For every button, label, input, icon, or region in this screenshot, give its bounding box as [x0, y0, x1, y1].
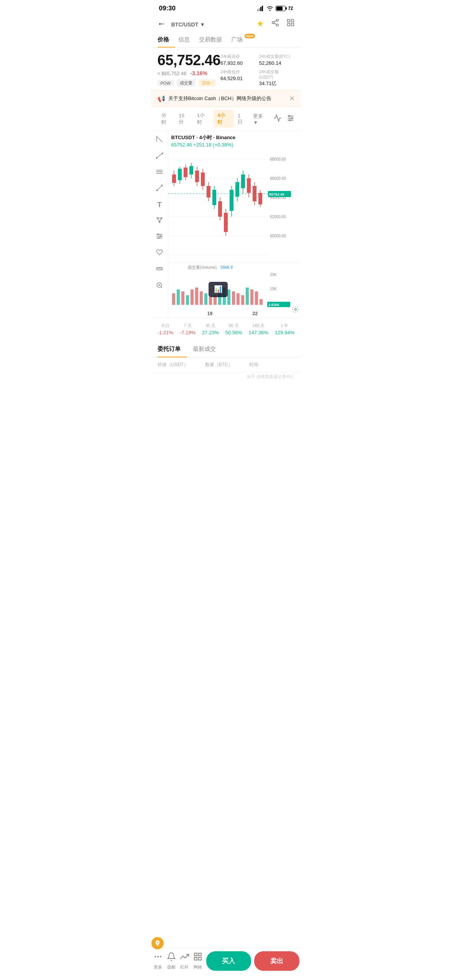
svg-rect-106 [227, 289, 230, 305]
chart-controls: 分时 15分 1小时 4小时 1日 更多 ▼ [151, 107, 301, 131]
price-change: -3.16% [190, 70, 207, 76]
svg-text:20K: 20K [270, 273, 277, 277]
svg-point-4 [276, 19, 278, 21]
tab-price[interactable]: 价格 [158, 32, 175, 47]
timeframe-1d[interactable]: 1日 [234, 111, 249, 127]
stat-volume24h: 24h成交量(BTC) 52,260.14 [259, 54, 292, 66]
svg-rect-82 [247, 178, 251, 193]
heart-tool[interactable] [156, 249, 163, 258]
svg-text:10K: 10K [270, 287, 277, 291]
svg-text:65752.46: 65752.46 [269, 192, 284, 196]
line-tool[interactable] [156, 152, 163, 161]
svg-point-29 [159, 222, 160, 223]
svg-point-6 [276, 24, 278, 26]
tab-trades[interactable]: 交易数据 [199, 32, 228, 47]
performance-row: 今日 -1.21% 7 天 -7.19% 30 天 27.23% 90 天 50… [151, 318, 301, 340]
share-button[interactable] [271, 18, 279, 29]
tab-plaza[interactable]: 广场 New [231, 32, 252, 47]
filter-tool[interactable] [156, 233, 163, 241]
stat-low24h: 24h最低价 64,529.01 [220, 69, 253, 87]
timeframe-15[interactable]: 15分 [175, 111, 193, 127]
usd-equiv: ≈ $65,752.46 [158, 71, 187, 76]
svg-point-22 [156, 158, 157, 159]
tab-recent-trades[interactable]: 最新成交 [193, 342, 222, 357]
timeframe-1h[interactable]: 1小时 [193, 110, 214, 128]
volume-label: 成交量(Volume) SMA 9 [168, 263, 301, 270]
tab-info[interactable]: 信息 [178, 32, 196, 47]
svg-rect-101 [204, 293, 207, 305]
main-price: 65,752.46 [158, 52, 221, 69]
svg-line-31 [159, 219, 161, 222]
timeframe-more[interactable]: 更多 ▼ [249, 111, 273, 127]
tag-pow: POW [158, 80, 174, 86]
svg-rect-64 [195, 171, 199, 182]
timeframe-4h[interactable]: 4小时 [214, 110, 234, 128]
ruler-tool[interactable] [156, 265, 163, 274]
perf-today: 今日 -1.21% [158, 323, 173, 335]
favorite-button[interactable]: ★ [256, 19, 264, 29]
battery-percent: 72 [288, 6, 293, 11]
svg-rect-0 [257, 9, 258, 11]
volume-chart: 📊 20K 10K 2.626K [168, 270, 291, 309]
svg-point-23 [162, 153, 163, 154]
back-button[interactable]: ← [158, 19, 166, 29]
svg-rect-74 [224, 213, 228, 232]
svg-rect-113 [260, 299, 263, 305]
svg-point-36 [160, 235, 161, 237]
node-tool[interactable] [156, 217, 163, 225]
svg-point-18 [289, 119, 291, 121]
svg-point-5 [272, 21, 274, 24]
tab-orders[interactable]: 委托订单 [158, 342, 187, 357]
svg-rect-78 [235, 182, 239, 197]
candlestick-chart: 68000.00 66000.00 64000.00 62000.00 6000… [168, 148, 291, 263]
stat-high24h: 24h最高价 67,932.60 [220, 54, 253, 66]
main-tabs: 价格 信息 交易数据 广场 New [151, 32, 301, 48]
announcement-close[interactable]: ✕ [289, 94, 295, 103]
svg-point-34 [158, 234, 159, 235]
new-badge: New [245, 34, 255, 38]
indicator-tool[interactable] [156, 169, 163, 177]
svg-text:62000.00: 62000.00 [270, 215, 286, 219]
chart-current-price: 65752.46 +251.18 (+0.38%) [171, 142, 278, 148]
cursor-tool[interactable] [156, 136, 163, 145]
svg-point-120 [294, 309, 296, 311]
svg-text:2.626K: 2.626K [268, 303, 280, 307]
perf-7d: 7 天 -7.19% [180, 323, 196, 335]
timeframe-fen[interactable]: 分时 [158, 110, 175, 128]
chart-type-icon[interactable] [273, 114, 282, 124]
svg-rect-76 [230, 190, 233, 211]
perf-180d: 180 天 147.36% [249, 323, 268, 335]
svg-rect-102 [209, 297, 212, 305]
svg-rect-97 [186, 295, 189, 305]
chart-title: BTCUSDT · 4小时 · Binance [171, 134, 278, 141]
svg-rect-86 [258, 193, 262, 204]
candlestick-area[interactable]: 68000.00 66000.00 64000.00 62000.00 6000… [168, 148, 301, 263]
zoom-tool[interactable] [156, 282, 163, 291]
trading-pair-title[interactable]: BTC/USDT▼ [170, 20, 256, 28]
svg-rect-60 [184, 168, 187, 177]
svg-rect-70 [212, 190, 216, 205]
battery-icon [276, 6, 286, 11]
svg-rect-12 [291, 23, 293, 26]
chart-bottom-settings[interactable] [292, 306, 299, 315]
svg-rect-80 [241, 174, 245, 188]
status-icons: 72 [257, 6, 293, 11]
svg-rect-100 [200, 291, 203, 305]
chart-settings-icon[interactable] [286, 114, 295, 124]
chart-tools: T [151, 131, 168, 318]
announcement-text: 关于支持Bitcoin Cash（BCH）网络升级的公告 [168, 95, 289, 102]
svg-rect-109 [241, 295, 244, 305]
order-table-hint: 价格（USDT） 数量（BTC） 时间 [151, 358, 301, 372]
wifi-icon [266, 6, 273, 11]
svg-rect-3 [262, 6, 263, 11]
measure-tool[interactable] [156, 184, 163, 193]
svg-rect-95 [177, 289, 180, 305]
layout-button[interactable] [286, 18, 295, 29]
svg-line-45 [161, 286, 162, 288]
svg-text:68000.00: 68000.00 [270, 157, 286, 161]
text-tool[interactable]: T [158, 201, 162, 209]
svg-rect-9 [287, 20, 289, 22]
tag-activity[interactable]: 活动 › [199, 79, 216, 87]
svg-rect-84 [253, 186, 256, 201]
svg-rect-1 [259, 8, 260, 11]
